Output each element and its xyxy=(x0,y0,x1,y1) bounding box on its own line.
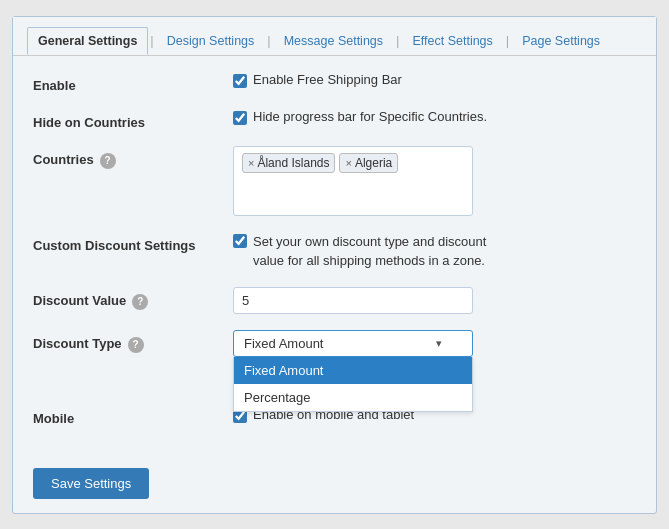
dropdown-item-fixed[interactable]: Fixed Amount xyxy=(234,357,472,384)
bottom-bar: Save Settings xyxy=(13,454,656,513)
discount-value-help-icon[interactable]: ? xyxy=(132,294,148,310)
tab-sep-1: | xyxy=(148,33,155,48)
discount-type-select-wrapper: Fixed Amount ▾ Fixed Amount Percentage xyxy=(233,330,473,357)
tab-general[interactable]: General Settings xyxy=(27,27,148,55)
countries-control: × Åland Islands × Algeria xyxy=(233,146,636,216)
hide-countries-row: Hide on Countries Hide progress bar for … xyxy=(33,109,636,130)
tab-bar: General Settings | Design Settings | Mes… xyxy=(13,17,656,56)
countries-row: Countries ? × Åland Islands × Algeria xyxy=(33,146,636,216)
enable-checkbox-label[interactable]: Enable Free Shipping Bar xyxy=(233,72,402,88)
custom-discount-checkbox-label[interactable]: Set your own discount type and discount … xyxy=(233,232,513,271)
settings-content: Enable Enable Free Shipping Bar Hide on … xyxy=(13,56,656,454)
discount-type-control: Fixed Amount ▾ Fixed Amount Percentage xyxy=(233,330,636,357)
tab-effect[interactable]: Effect Settings xyxy=(401,27,503,54)
tab-message[interactable]: Message Settings xyxy=(273,27,394,54)
chevron-down-icon: ▾ xyxy=(436,337,442,350)
enable-row: Enable Enable Free Shipping Bar xyxy=(33,72,636,93)
countries-label: Countries ? xyxy=(33,146,233,169)
enable-control: Enable Free Shipping Bar xyxy=(233,72,636,88)
hide-countries-checkbox[interactable] xyxy=(233,111,247,125)
hide-countries-label: Hide on Countries xyxy=(33,109,233,130)
tab-sep-2: | xyxy=(265,33,272,48)
discount-type-dropdown: Fixed Amount Percentage xyxy=(233,357,473,412)
discount-value-input[interactable] xyxy=(233,287,473,314)
tag-algeria: × Algeria xyxy=(339,153,398,173)
tag-algeria-remove[interactable]: × xyxy=(345,157,351,169)
tag-aland: × Åland Islands xyxy=(242,153,335,173)
countries-tag-input[interactable]: × Åland Islands × Algeria xyxy=(233,146,473,216)
custom-discount-label: Custom Discount Settings xyxy=(33,232,233,253)
tab-sep-3: | xyxy=(394,33,401,48)
countries-help-icon[interactable]: ? xyxy=(100,153,116,169)
hide-countries-checkbox-label[interactable]: Hide progress bar for Specific Countries… xyxy=(233,109,487,125)
settings-panel: General Settings | Design Settings | Mes… xyxy=(12,16,657,514)
custom-discount-control: Set your own discount type and discount … xyxy=(233,232,636,271)
discount-value-row: Discount Value ? xyxy=(33,287,636,314)
discount-type-label: Discount Type ? xyxy=(33,330,233,353)
discount-value-control xyxy=(233,287,636,314)
save-button[interactable]: Save Settings xyxy=(33,468,149,499)
discount-value-label: Discount Value ? xyxy=(33,287,233,310)
mobile-label: Mobile xyxy=(33,405,233,426)
hide-countries-control: Hide progress bar for Specific Countries… xyxy=(233,109,636,125)
enable-label: Enable xyxy=(33,72,233,93)
discount-type-row: Discount Type ? Fixed Amount ▾ Fixed Amo… xyxy=(33,330,636,357)
discount-type-help-icon[interactable]: ? xyxy=(128,337,144,353)
custom-discount-checkbox[interactable] xyxy=(233,234,247,248)
enable-checkbox[interactable] xyxy=(233,74,247,88)
discount-type-select[interactable]: Fixed Amount ▾ xyxy=(233,330,473,357)
tag-aland-remove[interactable]: × xyxy=(248,157,254,169)
tab-sep-4: | xyxy=(504,33,511,48)
custom-discount-row: Custom Discount Settings Set your own di… xyxy=(33,232,636,271)
tab-page[interactable]: Page Settings xyxy=(511,27,611,54)
dropdown-item-percentage[interactable]: Percentage xyxy=(234,384,472,411)
tab-design[interactable]: Design Settings xyxy=(156,27,266,54)
